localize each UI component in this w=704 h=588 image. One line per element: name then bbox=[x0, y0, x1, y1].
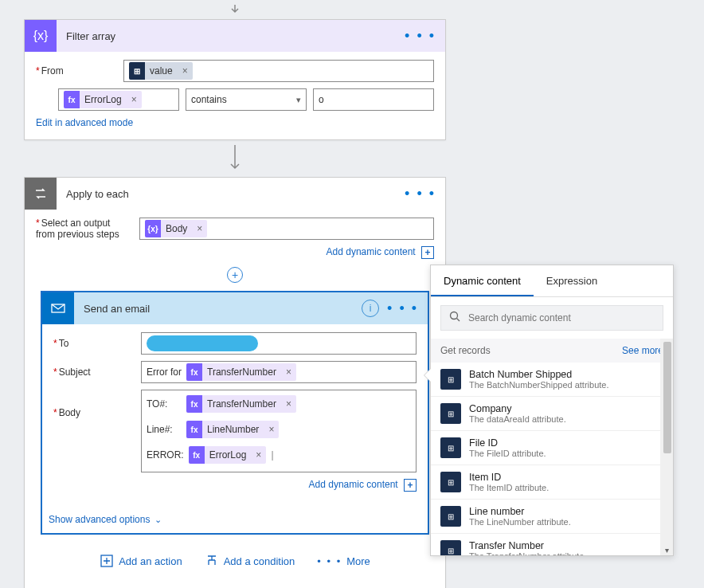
dyn-item[interactable]: ⊞ CompanyThe dataAreaId attribute. bbox=[431, 397, 673, 431]
dyn-item[interactable]: ⊞ Item IDThe ItemID attribute. bbox=[431, 465, 673, 500]
token-remove-icon[interactable]: × bbox=[264, 424, 279, 435]
to-input[interactable] bbox=[141, 332, 417, 355]
more-button[interactable]: • • • More bbox=[317, 554, 370, 568]
tab-expression[interactable]: Expression bbox=[534, 265, 610, 296]
linenumber-token[interactable]: fx LineNumber × bbox=[186, 421, 279, 438]
body-to-label: TO#: bbox=[147, 398, 182, 410]
select-output-label: *Select an output from previous steps bbox=[36, 218, 139, 240]
dyn-item[interactable]: ⊞ File IDThe FileID attribute. bbox=[431, 431, 673, 465]
add-dynamic-link[interactable]: Add dynamic content bbox=[327, 246, 416, 257]
token-icon: fx bbox=[186, 363, 202, 381]
operator-value: contains bbox=[191, 94, 227, 105]
token-icon: fx bbox=[186, 421, 202, 438]
show-advanced-link[interactable]: Show advanced options ⌄ bbox=[49, 514, 421, 525]
token-remove-icon[interactable]: × bbox=[251, 449, 266, 461]
send-email-header[interactable]: Send an email i • • • bbox=[42, 292, 428, 324]
right-value: o bbox=[319, 94, 324, 105]
transfernumber-token[interactable]: fx TransferNumber × bbox=[186, 395, 296, 413]
filter-right-input[interactable]: o bbox=[313, 88, 434, 111]
add-dynamic-icon[interactable]: + bbox=[404, 479, 417, 492]
email-title: Send an email bbox=[74, 303, 362, 315]
loop-icon bbox=[25, 178, 57, 210]
token-remove-icon[interactable]: × bbox=[281, 367, 296, 378]
filter-menu-dots[interactable]: • • • bbox=[405, 28, 436, 45]
email-menu-dots[interactable]: • • • bbox=[387, 300, 418, 317]
to-label: *To bbox=[53, 338, 141, 349]
errorlog-token[interactable]: fx ErrorLog × bbox=[189, 446, 267, 464]
from-label: *From bbox=[36, 65, 123, 76]
tab-dynamic-content[interactable]: Dynamic content bbox=[431, 265, 534, 296]
token-icon: fx bbox=[189, 446, 205, 464]
send-email-card: Send an email i • • • *To *Subject Er bbox=[41, 291, 429, 535]
connector-icon: ⊞ bbox=[440, 540, 461, 555]
dyn-item[interactable]: ⊞ Batch Number ShippedThe BatchNumberShi… bbox=[431, 363, 673, 397]
edit-advanced-link[interactable]: Edit in advanced mode bbox=[36, 117, 434, 128]
search-icon bbox=[449, 311, 460, 325]
connector-icon: ⊞ bbox=[440, 506, 461, 527]
apply-to-each-header[interactable]: Apply to each • • • bbox=[25, 178, 445, 210]
connector-icon: ⊞ bbox=[440, 437, 461, 458]
dyn-item[interactable]: ⊞ Transfer NumberThe TransferNumber attr… bbox=[431, 534, 673, 555]
connector-icon: ⊞ bbox=[440, 403, 461, 424]
filter-array-header[interactable]: {x} Filter array • • • bbox=[25, 20, 445, 52]
subject-prefix-text: Error for bbox=[147, 367, 182, 378]
token-icon: ⊞ bbox=[129, 62, 145, 80]
errorlog-token[interactable]: fx ErrorLog × bbox=[64, 91, 142, 108]
scrollbar-track[interactable] bbox=[660, 339, 673, 555]
token-remove-icon[interactable]: × bbox=[192, 223, 207, 234]
dyn-item[interactable]: ⊞ Line numberThe LineNumber attribute. bbox=[431, 500, 673, 534]
from-input[interactable]: ⊞ value × bbox=[123, 60, 434, 82]
apply-to-each-card: Apply to each • • • *Select an output fr… bbox=[24, 177, 446, 588]
outlook-icon bbox=[42, 292, 74, 324]
token-remove-icon[interactable]: × bbox=[281, 398, 296, 410]
connector-icon: ⊞ bbox=[440, 472, 461, 492]
see-more-link[interactable]: See more bbox=[622, 345, 663, 356]
scrollbar-thumb[interactable] bbox=[663, 342, 671, 453]
subject-label: *Subject bbox=[53, 367, 141, 378]
body-line-label: Line#: bbox=[147, 424, 182, 435]
token-icon: fx bbox=[186, 395, 202, 413]
add-condition-button[interactable]: Add a condition bbox=[205, 554, 295, 568]
select-output-input[interactable]: {x} Body × bbox=[139, 218, 434, 240]
connector-icon: ⊞ bbox=[440, 369, 461, 390]
apply-title: Apply to each bbox=[57, 188, 405, 200]
search-box[interactable] bbox=[440, 305, 663, 331]
dynamic-content-panel: Dynamic content Expression Get records S… bbox=[430, 265, 674, 556]
apply-menu-dots[interactable]: • • • bbox=[405, 186, 436, 202]
redacted-recipient bbox=[147, 335, 258, 351]
token-icon: fx bbox=[64, 91, 80, 108]
subject-input[interactable]: Error for fx TransferNumber × bbox=[141, 361, 417, 383]
add-dynamic-icon[interactable]: + bbox=[421, 246, 434, 259]
insert-step-button[interactable]: + bbox=[227, 267, 243, 283]
svg-point-2 bbox=[451, 312, 458, 319]
token-icon: {x} bbox=[145, 220, 161, 237]
add-action-button[interactable]: Add an action bbox=[100, 554, 182, 568]
filter-operator-select[interactable]: contains ▾ bbox=[186, 88, 307, 111]
add-dynamic-link[interactable]: Add dynamic content bbox=[309, 479, 398, 490]
callout-arrow bbox=[424, 369, 431, 382]
scroll-down-icon[interactable]: ▾ bbox=[660, 543, 673, 555]
filter-left-input[interactable]: fx ErrorLog × bbox=[58, 88, 179, 111]
token-remove-icon[interactable]: × bbox=[127, 94, 142, 105]
filter-title: Filter array bbox=[57, 30, 405, 42]
value-token[interactable]: ⊞ value × bbox=[129, 62, 193, 80]
info-icon[interactable]: i bbox=[362, 300, 379, 317]
connector-arrow bbox=[24, 145, 446, 172]
body-input[interactable]: TO#: fx TransferNumber × Line#: bbox=[141, 390, 417, 472]
body-label: *Body bbox=[53, 390, 141, 418]
token-remove-icon[interactable]: × bbox=[178, 65, 193, 76]
transfernumber-token[interactable]: fx TransferNumber × bbox=[186, 363, 296, 381]
connector-arrow bbox=[24, 5, 446, 14]
section-get-records: Get records See more bbox=[431, 339, 673, 363]
chevron-down-icon: ▾ bbox=[296, 95, 301, 105]
search-input[interactable] bbox=[468, 312, 655, 323]
body-token[interactable]: {x} Body × bbox=[145, 220, 207, 237]
filter-array-card: {x} Filter array • • • *From ⊞ value × f… bbox=[24, 19, 446, 140]
body-error-label: ERROR: bbox=[147, 449, 184, 461]
chevron-down-icon: ⌄ bbox=[154, 515, 162, 525]
data-operation-icon: {x} bbox=[25, 20, 57, 52]
